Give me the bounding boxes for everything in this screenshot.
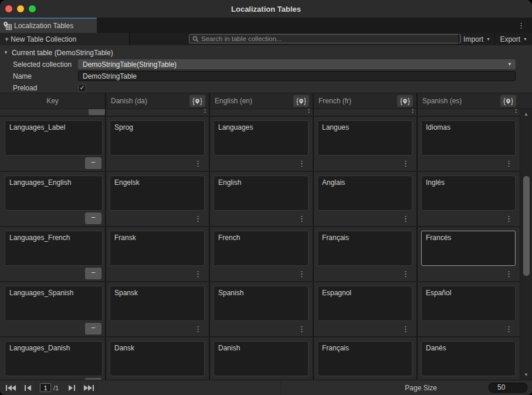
remove-key-button[interactable]: − — [85, 323, 101, 335]
key-text-box[interactable]: Languages_French — [5, 231, 103, 266]
remove-key-button[interactable]: − — [85, 157, 101, 169]
scroll-up-icon[interactable]: ▲ — [520, 112, 532, 117]
cell-menu-kebab-icon[interactable]: ⋮ — [201, 109, 209, 113]
translation-text-box[interactable]: Inglés — [421, 175, 516, 211]
translation-text-box[interactable]: Fransk — [110, 231, 205, 266]
chevron-down-icon: ▼ — [523, 37, 527, 41]
translation-text-box[interactable]: Engelsk — [110, 175, 205, 211]
key-text-box[interactable]: Languages_Label — [5, 120, 103, 156]
tab-label: Localization Tables — [14, 22, 73, 30]
table-header-filler — [520, 93, 532, 109]
cell-menu-kebab-icon[interactable]: ⋮ — [298, 270, 306, 278]
cell-menu-kebab-icon[interactable]: ⋮ — [402, 215, 409, 222]
remove-key-button[interactable]: − — [89, 109, 105, 115]
cell-menu-kebab-icon[interactable]: ⋮ — [194, 215, 202, 222]
new-table-collection-button[interactable]: + New Table Collection — [0, 33, 130, 45]
partial-row-sliver: − ⋮ ⋮ ⋮ ⋮ — [0, 109, 520, 117]
translation-text-box[interactable]: Spanish — [214, 286, 309, 321]
scrollbar-thumb[interactable] — [523, 176, 530, 276]
locale-pin-icon — [506, 99, 510, 104]
translation-text-box[interactable]: Idiomas — [421, 120, 516, 156]
scroll-down-icon[interactable]: ▼ — [520, 372, 532, 377]
tab-menu-kebab-icon[interactable]: ⋮ — [517, 18, 525, 33]
table-row: Languages_French − Fransk ⋮ French ⋮ Fra… — [0, 227, 520, 282]
key-text-box[interactable]: Languages_Danish — [5, 341, 103, 376]
translation-text-box[interactable]: Espagnol — [317, 286, 412, 321]
cell-menu-kebab-icon[interactable]: ⋮ — [512, 109, 520, 113]
current-table-foldout[interactable]: ▼ Current table (DemoStringTable) — [0, 47, 532, 58]
search-input[interactable] — [201, 35, 458, 42]
cell-menu-kebab-icon[interactable]: ⋮ — [505, 215, 513, 222]
table-metadata-button[interactable]: { } — [189, 95, 205, 107]
cell-menu-kebab-icon[interactable]: ⋮ — [409, 109, 416, 113]
page-size-field[interactable]: 50 — [489, 383, 527, 393]
page-number-field[interactable]: 1 — [40, 383, 51, 392]
translation-text-box[interactable]: English — [214, 175, 309, 211]
translation-cell: Inglés ⋮ — [416, 172, 520, 226]
cell-menu-kebab-icon[interactable]: ⋮ — [298, 325, 306, 333]
remove-key-button[interactable]: − — [85, 268, 101, 279]
cell-menu-kebab-icon[interactable]: ⋮ — [298, 160, 306, 167]
cell-menu-kebab-icon[interactable]: ⋮ — [305, 109, 313, 113]
column-header-language[interactable]: Spanish (es) { } — [416, 93, 520, 109]
translation-text-box[interactable]: Sprog — [110, 120, 205, 156]
vertical-scrollbar[interactable]: ▲ ▼ — [520, 109, 532, 380]
preload-checkbox[interactable]: ✓ — [78, 84, 86, 92]
translation-text-box[interactable]: Dansk — [110, 341, 205, 376]
tab-localization-tables[interactable]: Localization Tables — [0, 18, 97, 33]
cell-menu-kebab-icon[interactable]: ⋮ — [505, 270, 513, 278]
translation-text-box[interactable]: Français — [317, 341, 412, 376]
selected-collection-dropdown[interactable]: DemoStringTable(StringTable) ▼ — [78, 59, 516, 69]
search-box[interactable] — [189, 34, 461, 43]
cell-menu-kebab-icon[interactable]: ⋮ — [194, 160, 202, 167]
cell-menu-kebab-icon[interactable]: ⋮ — [194, 270, 202, 278]
translation-text-box[interactable]: Francés — [421, 231, 516, 266]
pagination-divider — [280, 380, 281, 395]
first-page-button[interactable] — [2, 382, 19, 394]
cell-menu-kebab-icon[interactable]: ⋮ — [298, 215, 306, 222]
key-text-box[interactable]: Languages_Spanish — [5, 286, 103, 321]
next-page-button[interactable] — [63, 382, 80, 394]
cell-menu-kebab-icon[interactable]: ⋮ — [402, 270, 409, 278]
translation-text-box[interactable]: Danish — [214, 341, 309, 376]
translation-cell: French ⋮ — [209, 227, 313, 281]
import-dropdown[interactable]: Import ▼ — [458, 33, 495, 45]
brace-close: } — [408, 97, 410, 105]
translation-text-box[interactable]: Español — [421, 286, 516, 321]
translation-text-box[interactable]: Languages — [214, 120, 309, 156]
table-metadata-button[interactable]: { } — [293, 95, 309, 107]
brace-close: } — [304, 97, 306, 105]
translation-text-box[interactable]: French — [214, 231, 309, 266]
table-row: Languages_Label − Sprog ⋮ Languages ⋮ La… — [0, 117, 520, 172]
table-metadata-button[interactable]: { } — [500, 95, 516, 107]
last-page-button[interactable] — [80, 382, 97, 394]
cell-menu-kebab-icon[interactable]: ⋮ — [194, 325, 202, 333]
cell-menu-kebab-icon[interactable]: ⋮ — [505, 325, 513, 333]
key-text-box[interactable]: Languages_English — [5, 175, 103, 211]
translation-text-box[interactable]: Français — [317, 231, 412, 266]
current-table-foldout-label: Current table (DemoStringTable) — [12, 49, 113, 57]
table-row: Languages_Spanish − Spansk ⋮ Spanish ⋮ E… — [0, 282, 520, 337]
cell-menu-kebab-icon[interactable]: ⋮ — [402, 160, 409, 167]
translation-text-box[interactable]: Anglais — [317, 175, 412, 211]
name-field[interactable] — [78, 71, 516, 81]
table-body: − ⋮ ⋮ ⋮ ⋮ Languages_Label − Sprog ⋮ Lang… — [0, 109, 532, 380]
column-header-language[interactable]: French (fr) { } — [313, 93, 416, 109]
page-total-label: /1 — [53, 384, 59, 391]
translation-text-box[interactable]: Danés — [421, 341, 516, 376]
translation-text-box[interactable]: Spansk — [110, 286, 205, 321]
cell-menu-kebab-icon[interactable]: ⋮ — [402, 325, 409, 333]
translation-cell: Français ⋮ — [313, 227, 416, 281]
key-cell: Languages_Spanish − — [0, 282, 105, 336]
previous-page-button[interactable] — [19, 382, 36, 394]
pagination-bar: 1 /1 Page Size 50 — [0, 380, 532, 395]
export-dropdown[interactable]: Export ▼ — [494, 33, 532, 45]
column-header-language[interactable]: Danish (da) { } — [105, 93, 209, 109]
cell-menu-kebab-icon[interactable]: ⋮ — [505, 160, 513, 167]
remove-key-button[interactable]: − — [85, 212, 101, 224]
column-header-language[interactable]: English (en) { } — [209, 93, 313, 109]
column-header-key[interactable]: Key — [0, 93, 105, 109]
locale-pin-icon — [299, 99, 303, 104]
translation-text-box[interactable]: Langues — [317, 120, 412, 156]
table-metadata-button[interactable]: { } — [397, 95, 413, 107]
